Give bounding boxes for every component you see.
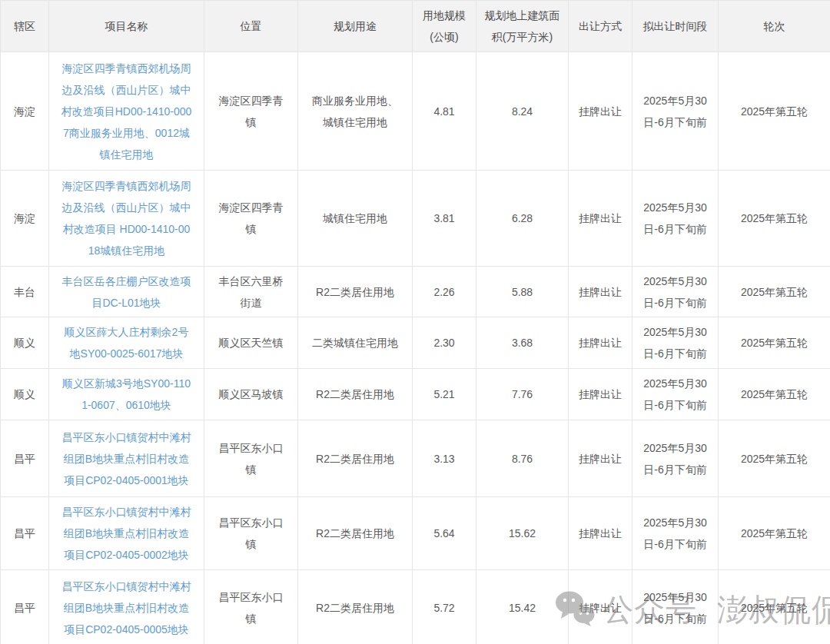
- project-name-link[interactable]: 昌平区东小口镇贺村中滩村组团B地块重点村旧村改造项目CP02-0405-0002…: [49, 497, 204, 570]
- period-cell: 2025年5月30日-6月下旬前: [632, 267, 719, 317]
- round-cell: 2025年第五轮: [719, 171, 830, 267]
- usage-cell: R2二类居住用地: [298, 570, 413, 644]
- gfa-cell: 3.68: [476, 317, 569, 369]
- area-cell: 2.26: [413, 267, 476, 317]
- usage-cell: 城镇住宅用地: [298, 171, 413, 267]
- district-cell: 顺义: [1, 317, 49, 369]
- period-cell: 2025年5月30日-6月下旬前: [632, 369, 719, 420]
- method-cell: 挂牌出让: [569, 497, 632, 570]
- usage-cell: 二类城镇住宅用地: [298, 317, 413, 369]
- usage-cell: R2二类居住用地: [298, 497, 413, 570]
- area-cell: 5.21: [413, 369, 476, 420]
- table-row: 昌平 昌平区东小口镇贺村中滩村组团B地块重点村旧村改造项目CP02-0405-0…: [1, 420, 830, 497]
- area-cell: 5.72: [413, 570, 476, 644]
- district-cell: 昌平: [1, 420, 49, 497]
- gfa-cell: 8.24: [476, 52, 569, 171]
- column-header-method: 出让方式: [569, 1, 632, 52]
- column-header-area: 用地规模(公顷): [413, 1, 476, 52]
- location-cell: 昌平区东小口镇: [204, 497, 298, 570]
- area-cell: 3.13: [413, 420, 476, 497]
- method-cell: 挂牌出让: [569, 317, 632, 369]
- usage-cell: R2二类居住用地: [298, 267, 413, 317]
- column-header-round: 轮次: [719, 1, 830, 52]
- period-cell: 2025年5月30日-6月下旬前: [632, 420, 719, 497]
- table-row: 丰台 丰台区岳各庄棚户区改造项目DC-L01地块 丰台区六里桥街道 R2二类居住…: [1, 267, 830, 317]
- table-row: 海淀 海淀区四季青镇西郊机场周边及沿线（西山片区）城中村改造项目HD00-141…: [1, 52, 830, 171]
- period-cell: 2025年5月30日-6月下旬前: [632, 317, 719, 369]
- project-name-link[interactable]: 顺义区薛大人庄村剩余2号地SY00-0025-6017地块: [49, 317, 204, 369]
- area-cell: 2.30: [413, 317, 476, 369]
- table-row: 海淀 海淀区四季青镇西郊机场周边及沿线（西山片区）城中村改造项目 HD00-14…: [1, 171, 830, 267]
- usage-cell: R2二类居住用地: [298, 420, 413, 497]
- column-header-usage: 规划用途: [298, 1, 413, 52]
- method-cell: 挂牌出让: [569, 570, 632, 644]
- district-cell: 海淀: [1, 52, 49, 171]
- area-cell: 3.81: [413, 171, 476, 267]
- gfa-cell: 8.76: [476, 420, 569, 497]
- table-row: 昌平 昌平区东小口镇贺村中滩村组团B地块重点村旧村改造项目CP02-0405-0…: [1, 497, 830, 570]
- location-cell: 昌平区东小口镇: [204, 420, 298, 497]
- column-header-district: 辖区: [1, 1, 49, 52]
- district-cell: 昌平: [1, 497, 49, 570]
- column-header-gfa: 规划地上建筑面积(万平方米): [476, 1, 569, 52]
- table-row: 顺义 顺义区薛大人庄村剩余2号地SY00-0025-6017地块 顺义区天竺镇 …: [1, 317, 830, 369]
- round-cell: 2025年第五轮: [719, 267, 830, 317]
- method-cell: 挂牌出让: [569, 267, 632, 317]
- method-cell: 挂牌出让: [569, 52, 632, 171]
- location-cell: 丰台区六里桥街道: [204, 267, 298, 317]
- period-cell: 2025年5月30日-6月下旬前: [632, 497, 719, 570]
- area-cell: 4.81: [413, 52, 476, 171]
- usage-cell: 商业服务业用地、城镇住宅用地: [298, 52, 413, 171]
- usage-cell: R2二类居住用地: [298, 369, 413, 420]
- district-cell: 昌平: [1, 570, 49, 644]
- gfa-cell: 7.76: [476, 369, 569, 420]
- land-supply-table-page: 辖区 项目名称 位置 规划用途 用地规模(公顷) 规划地上建筑面积(万平方米) …: [0, 0, 830, 644]
- round-cell: 2025年第五轮: [719, 497, 830, 570]
- column-header-location: 位置: [204, 1, 298, 52]
- round-cell: 2025年第五轮: [719, 317, 830, 369]
- location-cell: 顺义区天竺镇: [204, 317, 298, 369]
- header-row: 辖区 项目名称 位置 规划用途 用地规模(公顷) 规划地上建筑面积(万平方米) …: [1, 1, 830, 52]
- column-header-period: 拟出让时间段: [632, 1, 719, 52]
- period-cell: 2025年5月30日-6月下旬前: [632, 52, 719, 171]
- round-cell: 2025年第五轮: [719, 570, 830, 644]
- location-cell: 海淀区四季青镇: [204, 171, 298, 267]
- location-cell: 昌平区东小口镇: [204, 570, 298, 644]
- gfa-cell: 15.42: [476, 570, 569, 644]
- project-name-link[interactable]: 顺义区新城3号地SY00-1101-0607、0610地块: [49, 369, 204, 420]
- district-cell: 顺义: [1, 369, 49, 420]
- round-cell: 2025年第五轮: [719, 52, 830, 171]
- land-supply-table: 辖区 项目名称 位置 规划用途 用地规模(公顷) 规划地上建筑面积(万平方米) …: [0, 0, 830, 644]
- district-cell: 海淀: [1, 171, 49, 267]
- round-cell: 2025年第五轮: [719, 420, 830, 497]
- gfa-cell: 5.88: [476, 267, 569, 317]
- round-cell: 2025年第五轮: [719, 369, 830, 420]
- area-cell: 5.64: [413, 497, 476, 570]
- period-cell: 2025年5月30日-6月下旬前: [632, 570, 719, 644]
- method-cell: 挂牌出让: [569, 420, 632, 497]
- project-name-link[interactable]: 昌平区东小口镇贺村中滩村组团B地块重点村旧村改造项目CP02-0405-0001…: [49, 420, 204, 497]
- method-cell: 挂牌出让: [569, 369, 632, 420]
- project-name-link[interactable]: 海淀区四季青镇西郊机场周边及沿线（西山片区）城中村改造项目 HD00-1410-…: [49, 171, 204, 267]
- project-name-link[interactable]: 昌平区东小口镇贺村中滩村组团B地块重点村旧村改造项目CP02-0405-0005…: [49, 570, 204, 644]
- table-row: 昌平 昌平区东小口镇贺村中滩村组团B地块重点村旧村改造项目CP02-0405-0…: [1, 570, 830, 644]
- district-cell: 丰台: [1, 267, 49, 317]
- period-cell: 2025年5月30日-6月下旬前: [632, 171, 719, 267]
- project-name-link[interactable]: 海淀区四季青镇西郊机场周边及沿线（西山片区）城中村改造项目HD00-1410-0…: [49, 52, 204, 171]
- table-row: 顺义 顺义区新城3号地SY00-1101-0607、0610地块 顺义区马坡镇 …: [1, 369, 830, 420]
- method-cell: 挂牌出让: [569, 171, 632, 267]
- location-cell: 海淀区四季青镇: [204, 52, 298, 171]
- location-cell: 顺义区马坡镇: [204, 369, 298, 420]
- gfa-cell: 6.28: [476, 171, 569, 267]
- gfa-cell: 15.62: [476, 497, 569, 570]
- column-header-project: 项目名称: [49, 1, 204, 52]
- project-name-link[interactable]: 丰台区岳各庄棚户区改造项目DC-L01地块: [49, 267, 204, 317]
